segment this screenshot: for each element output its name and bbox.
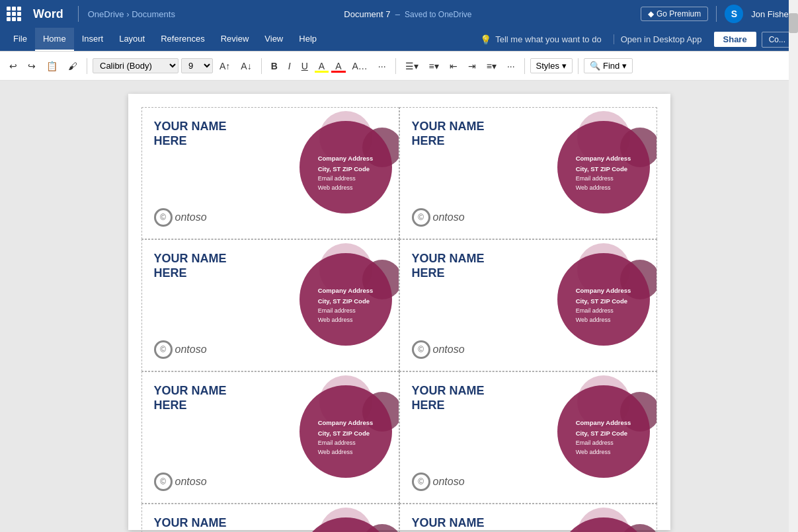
card-6-name: YOUR NAMEHERE xyxy=(412,384,539,412)
card-3-email: Email address xyxy=(318,306,374,315)
card-4-city: City, ST ZIP Code xyxy=(576,296,631,306)
tell-me-area[interactable]: 💡 Tell me what you want to do xyxy=(473,34,608,45)
italic-button[interactable]: I xyxy=(284,58,295,74)
font-size-select[interactable]: 9 xyxy=(181,58,213,73)
card-1-name: YOUR NAMEHERE xyxy=(154,120,281,148)
card-3-right: Company Address City, ST ZIP Code Email … xyxy=(286,247,392,364)
card-8-left: YOUR NAME xyxy=(407,511,544,532)
menu-review[interactable]: Review xyxy=(213,28,257,51)
alignment-button[interactable]: ≡▾ xyxy=(483,58,500,74)
card-1-contoso-logo: © ontoso xyxy=(154,208,207,227)
contoso-c-icon-6: © xyxy=(412,473,430,491)
font-color-bar xyxy=(331,71,345,73)
card-3-address: Company Address xyxy=(318,285,374,295)
more-formatting-button[interactable]: ··· xyxy=(374,58,390,74)
increase-font-button[interactable]: A↑ xyxy=(216,58,234,74)
contoso-text-2: ontoso xyxy=(433,211,465,223)
contoso-c-icon-4: © xyxy=(412,340,430,359)
decrease-font-button[interactable]: A↓ xyxy=(237,58,255,74)
card-3[interactable]: YOUR NAMEHERE © ontoso Company Address xyxy=(141,239,399,371)
contoso-text: ontoso xyxy=(175,211,207,223)
card-2-web: Web address xyxy=(576,183,631,192)
card-2-info: Company Address City, ST ZIP Code Email … xyxy=(576,153,631,192)
decrease-indent-button[interactable]: ⇤ xyxy=(446,58,461,74)
card-3-city: City, ST ZIP Code xyxy=(318,296,374,306)
card-3-contoso-logo: © ontoso xyxy=(154,340,207,359)
undo-button[interactable]: ↩ xyxy=(5,58,21,74)
toolbar: ↩ ↪ 📋 🖌 Calibri (Body) 9 A↑ A↓ B I U A A… xyxy=(0,52,798,81)
card-8[interactable]: YOUR NAME xyxy=(399,504,657,532)
app-name: Word xyxy=(28,7,69,21)
highlight-button[interactable]: A xyxy=(315,58,329,74)
card-3-left: YOUR NAMEHERE © ontoso xyxy=(149,247,286,364)
open-desktop-button[interactable]: Open in Desktop App xyxy=(614,34,709,44)
clipboard-button[interactable]: 📋 xyxy=(42,58,61,74)
search-icon: 🔍 xyxy=(590,61,600,71)
card-7[interactable]: YOUR NAME xyxy=(141,504,399,532)
card-2-left: YOUR NAMEHERE © ontoso xyxy=(407,114,544,232)
card-1[interactable]: YOUR NAMEHERE © ontoso Company Address xyxy=(141,107,399,239)
card-5[interactable]: YOUR NAMEHERE © ontoso Company Address xyxy=(141,371,399,504)
card-5-info: Company Address City, ST ZIP Code Email … xyxy=(318,418,374,457)
card-5-address: Company Address xyxy=(318,418,374,428)
app-grid-icon[interactable] xyxy=(7,7,21,21)
bold-button[interactable]: B xyxy=(267,58,282,74)
more-paragraph-button[interactable]: ··· xyxy=(503,58,519,74)
font-effects-button[interactable]: A… xyxy=(348,58,372,74)
styles-label: Styles xyxy=(536,61,559,71)
menu-bar-right: 💡 Tell me what you want to do Open in De… xyxy=(473,28,793,51)
diamond-icon: ◆ xyxy=(648,9,654,19)
card-6-info: Company Address City, ST ZIP Code Email … xyxy=(576,418,631,457)
numbering-button[interactable]: ≡▾ xyxy=(425,58,443,74)
card-6-web: Web address xyxy=(576,447,631,457)
styles-dropdown-icon: ▾ xyxy=(562,61,567,71)
card-4-logo-area: © ontoso xyxy=(412,340,539,359)
find-button[interactable]: 🔍 Find ▾ xyxy=(584,58,633,73)
card-2-right: Company Address City, ST ZIP Code Email … xyxy=(544,114,650,232)
redo-button[interactable]: ↪ xyxy=(24,58,40,74)
card-5-name: YOUR NAMEHERE xyxy=(154,384,281,412)
card-4-info: Company Address City, ST ZIP Code Email … xyxy=(576,285,631,324)
underline-button[interactable]: U xyxy=(298,58,312,74)
card-2[interactable]: YOUR NAMEHERE © ontoso Company Address xyxy=(399,107,657,239)
card-6[interactable]: YOUR NAMEHERE © ontoso Company Address xyxy=(399,371,657,504)
menu-insert[interactable]: Insert xyxy=(74,28,112,51)
contoso-c-icon-3: © xyxy=(154,340,173,359)
bullets-button[interactable]: ☰▾ xyxy=(401,58,422,74)
breadcrumb[interactable]: OneDrive › Documents xyxy=(88,9,175,19)
menu-layout[interactable]: Layout xyxy=(111,28,153,51)
toolbar-sep-2 xyxy=(261,58,262,74)
menu-home[interactable]: Home xyxy=(35,28,74,51)
menu-view[interactable]: View xyxy=(257,28,291,51)
card-5-contoso-logo: © ontoso xyxy=(154,473,207,491)
styles-button[interactable]: Styles ▾ xyxy=(530,58,573,73)
document-page: YOUR NAMEHERE © ontoso Company Address xyxy=(128,94,670,530)
card-4-name: YOUR NAMEHERE xyxy=(412,252,539,280)
menu-references[interactable]: References xyxy=(153,28,212,51)
go-premium-button[interactable]: ◆ Go Premium xyxy=(641,7,708,21)
card-2-name: YOUR NAMEHERE xyxy=(412,120,539,148)
format-painter-button[interactable]: 🖌 xyxy=(64,58,81,74)
card-6-left: YOUR NAMEHERE © ontoso xyxy=(407,379,544,496)
font-select[interactable]: Calibri (Body) xyxy=(93,58,179,73)
menu-file[interactable]: File xyxy=(5,28,35,51)
card-6-right: Company Address City, ST ZIP Code Email … xyxy=(544,379,650,496)
menu-help[interactable]: Help xyxy=(291,28,325,51)
vertical-scrollbar[interactable] xyxy=(789,81,798,532)
card-5-email: Email address xyxy=(318,438,374,447)
document-area: YOUR NAMEHERE © ontoso Company Address xyxy=(0,81,798,532)
contoso-text-5: ontoso xyxy=(175,476,207,488)
increase-indent-button[interactable]: ⇥ xyxy=(464,58,480,74)
co-button[interactable]: Co... xyxy=(762,32,793,48)
card-8-name: YOUR NAME xyxy=(412,516,539,531)
skype-icon[interactable]: S xyxy=(725,5,743,23)
card-6-email: Email address xyxy=(576,438,631,447)
title-bar-right: ◆ Go Premium S Jon Fisher xyxy=(641,5,791,23)
font-color-button[interactable]: A xyxy=(331,58,345,74)
doc-title-area: Document 7 – Saved to OneDrive xyxy=(182,9,634,19)
card-4[interactable]: YOUR NAMEHERE © ontoso Company Address xyxy=(399,239,657,371)
contoso-c-icon-2: © xyxy=(412,208,430,227)
card-4-email: Email address xyxy=(576,306,631,315)
card-5-logo-area: © ontoso xyxy=(154,473,281,491)
share-button[interactable]: Share xyxy=(714,32,756,47)
